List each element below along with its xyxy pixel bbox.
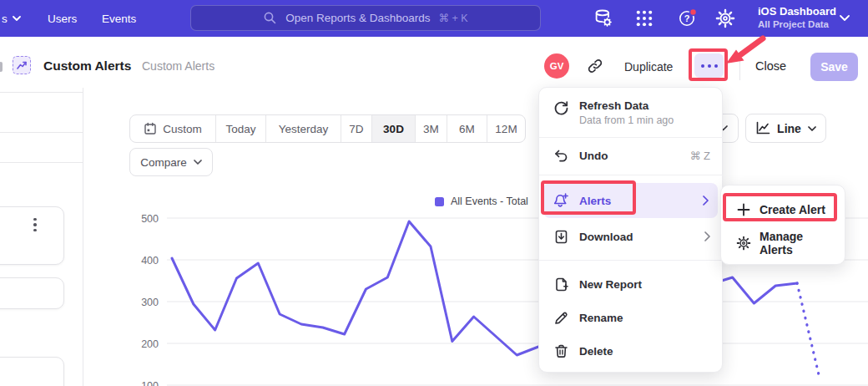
app-window: s Users Events Open Reports & Dashboards…	[0, 0, 868, 386]
query-item-card[interactable]	[0, 277, 64, 309]
panel-section-divider	[0, 162, 83, 163]
date-range-control: Custom Today Yesterday 7D 30D 3M 6M 12M	[129, 114, 526, 143]
panel-section-divider	[0, 92, 83, 93]
download-icon	[553, 228, 569, 245]
date-range-today[interactable]: Today	[216, 115, 266, 142]
page-title: Custom Alerts	[43, 58, 131, 74]
bell-plus-icon	[553, 192, 569, 209]
menu-item-delete[interactable]: Delete	[539, 334, 724, 368]
menu-item-refresh-data[interactable]: Refresh Data Data from 1 min ago	[539, 93, 724, 133]
search-shortcut: ⌘ + K	[439, 12, 468, 24]
menu-divider	[539, 137, 724, 138]
refresh-icon	[553, 99, 569, 116]
menu-divider	[539, 175, 724, 175]
kebab-menu-icon[interactable]	[29, 216, 41, 234]
menu-label: Refresh Data	[579, 99, 710, 112]
save-button[interactable]: Save	[810, 53, 858, 81]
date-range-yesterday[interactable]: Yesterday	[266, 115, 341, 142]
chevron-down-icon	[840, 15, 850, 21]
clipped-icon	[0, 62, 3, 72]
menu-item-undo[interactable]: Undo ⌘ Z	[539, 139, 724, 172]
project-switcher[interactable]: iOS Dashboard All Project Data	[758, 4, 836, 31]
trash-icon	[553, 343, 569, 359]
date-range-3m[interactable]: 3M	[416, 115, 447, 142]
undo-icon	[553, 147, 569, 164]
link-icon	[587, 58, 603, 74]
chevron-right-icon	[704, 231, 710, 241]
project-scope: All Project Data	[758, 18, 836, 31]
nav-item-partial[interactable]: s	[2, 0, 21, 37]
chevron-down-icon	[808, 126, 816, 131]
close-button[interactable]: Close	[755, 59, 786, 73]
menu-item-alerts[interactable]: Alerts	[543, 183, 718, 218]
line-chart-icon	[755, 121, 770, 135]
gear-icon	[736, 236, 751, 251]
report-header: Custom Alerts Custom Alerts GV Duplicate…	[0, 37, 868, 88]
nav-item-events[interactable]: Events	[102, 0, 136, 37]
query-item-card[interactable]	[0, 206, 64, 265]
svg-text:?: ?	[684, 13, 690, 23]
more-options-menu: Refresh Data Data from 1 min ago Undo ⌘ …	[538, 87, 723, 373]
copy-link-button[interactable]	[587, 58, 603, 74]
menu-item-download[interactable]: Download	[539, 220, 724, 253]
avatar[interactable]: GV	[544, 53, 569, 79]
date-range-12m[interactable]: 12M	[487, 115, 525, 142]
menu-item-new-report[interactable]: New Report	[539, 267, 724, 301]
chart-type-button[interactable]: Line	[745, 114, 826, 143]
breadcrumb: Custom Alerts	[142, 59, 214, 73]
ellipsis-icon	[701, 64, 704, 68]
search-icon	[263, 11, 277, 25]
menu-item-rename[interactable]: Rename	[539, 301, 724, 334]
submenu-item-create-alert[interactable]: Create Alert	[721, 193, 846, 226]
nav-item-users[interactable]: Users	[48, 0, 77, 37]
nav-partial-label: s	[2, 13, 8, 25]
chevron-right-icon	[703, 196, 709, 206]
calendar-icon	[144, 122, 157, 135]
svg-text:100: 100	[141, 380, 159, 386]
chevron-down-icon	[194, 160, 202, 165]
chevron-down-icon	[13, 16, 21, 21]
apps-grid-icon[interactable]	[634, 8, 654, 28]
duplicate-button[interactable]: Duplicate	[624, 60, 673, 74]
more-options-button[interactable]	[694, 53, 724, 78]
data-source-icon[interactable]	[593, 8, 613, 28]
svg-text:200: 200	[141, 338, 159, 350]
menu-divider	[539, 260, 724, 261]
divider	[739, 52, 740, 80]
date-range-30d-selected[interactable]: 30D	[372, 115, 416, 142]
new-report-icon	[553, 276, 569, 292]
date-range-7d[interactable]: 7D	[341, 115, 372, 142]
notification-dot	[690, 9, 697, 16]
menu-shortcut: ⌘ Z	[689, 150, 710, 162]
menu-sublabel: Data from 1 min ago	[579, 114, 710, 126]
settings-gear-icon[interactable]	[715, 8, 735, 28]
query-item-card[interactable]	[0, 357, 64, 386]
alerts-submenu: Create Alert Manage Alerts	[720, 185, 845, 265]
plus-icon	[736, 202, 751, 217]
compare-button[interactable]: Compare	[129, 148, 213, 176]
project-name: iOS Dashboard	[758, 4, 836, 18]
svg-text:300: 300	[141, 297, 159, 308]
svg-text:400: 400	[141, 255, 159, 267]
svg-text:500: 500	[141, 213, 159, 225]
query-builder-panel	[0, 88, 83, 386]
search-input[interactable]: Open Reports & Dashboards ⌘ + K	[190, 5, 541, 31]
report-type-icon	[13, 56, 31, 74]
help-icon[interactable]: ?	[678, 8, 698, 28]
pencil-icon	[553, 309, 569, 326]
submenu-item-manage-alerts[interactable]: Manage Alerts	[721, 226, 846, 260]
date-range-6m[interactable]: 6M	[447, 115, 487, 142]
date-range-custom[interactable]: Custom	[130, 115, 216, 142]
top-nav: s Users Events Open Reports & Dashboards…	[0, 0, 868, 37]
panel-section-divider	[0, 132, 83, 133]
search-placeholder: Open Reports & Dashboards	[285, 12, 430, 24]
